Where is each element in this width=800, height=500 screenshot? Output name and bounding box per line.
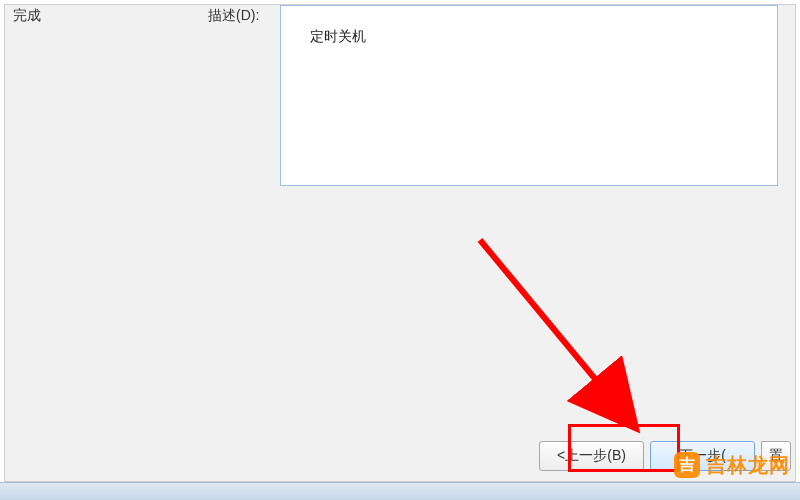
taskbar: [0, 482, 800, 500]
wizard-buttons: <上一步(B) 下一步( 置: [539, 441, 791, 471]
wizard-sidebar: 完成: [5, 5, 150, 481]
step-complete-label: 完成: [13, 7, 41, 25]
description-textarea[interactable]: 定时关机: [280, 5, 778, 186]
description-label: 描述(D):: [208, 7, 259, 25]
back-button[interactable]: <上一步(B): [539, 441, 644, 471]
description-value: 定时关机: [310, 28, 366, 44]
truncated-button[interactable]: 置: [761, 441, 791, 471]
wizard-panel: 完成 描述(D): 定时关机 <上一步(B) 下一步( 置: [4, 4, 796, 482]
next-button[interactable]: 下一步(: [650, 441, 755, 471]
wizard-content: 描述(D): 定时关机: [150, 5, 795, 481]
